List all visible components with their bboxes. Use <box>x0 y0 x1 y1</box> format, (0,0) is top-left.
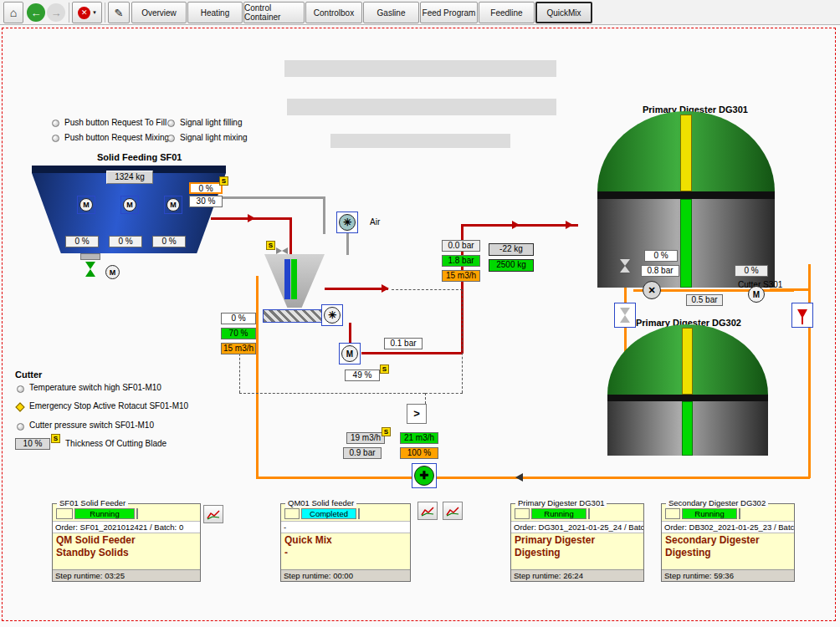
mixer-inlet-valve-icon[interactable] <box>282 247 288 254</box>
panel-title: Primary Digester DG301 <box>515 498 607 507</box>
cutter-s301-motor[interactable]: M <box>748 286 765 303</box>
pipe-air <box>346 233 349 255</box>
setpoint-s-marker: S <box>219 176 228 186</box>
push-button-fill-icon <box>52 120 59 127</box>
gas-pressure-1: 0.8 bar <box>641 265 679 277</box>
home-button[interactable]: ⌂ <box>3 2 23 23</box>
toolbar: ⌂ ← → ✕ ▾ ✎ Overview Heating Control Con… <box>0 0 840 25</box>
tab-quickmix[interactable]: QuickMix <box>535 2 592 23</box>
trend-chart-button[interactable] <box>443 502 463 520</box>
program-name: Primary Digester <box>515 534 640 547</box>
motor-icon: M <box>166 198 180 212</box>
step-name: Standby Solids <box>56 547 197 559</box>
legend-push-fill: Push button Request To Fill <box>64 118 166 127</box>
panel-indicator-cell <box>665 508 680 519</box>
setpoint-s-marker: S <box>382 427 391 436</box>
feeder-weight-display[interactable]: 1324 kg <box>106 171 153 184</box>
tab-label: Feed Program <box>423 8 476 18</box>
tab-overview[interactable]: Overview <box>131 2 187 23</box>
gas-valve-icon[interactable] <box>620 259 630 266</box>
flow-arrow-right-icon <box>566 221 573 229</box>
discharge-valve-icon[interactable] <box>85 269 95 277</box>
panel-title: Secondary Digester DG302 <box>666 498 768 507</box>
order-text: - <box>281 521 410 533</box>
tab-label: Controlbox <box>314 8 354 18</box>
order-text: Order: DG301_2021-01-25_24 / Batch: <box>511 521 643 533</box>
line-pressure-2: 1.8 bar <box>442 255 480 267</box>
flow-actual-value: 21 m3/h <box>400 432 438 444</box>
alarm-log-button[interactable]: ✎ <box>108 2 130 23</box>
pen-icon: ✎ <box>115 7 124 19</box>
signal-line <box>425 393 426 404</box>
weight-diff-value: -22 kg <box>489 243 534 256</box>
comparator-block: > <box>407 404 427 424</box>
pipe-feed <box>325 288 388 290</box>
forward-button[interactable]: → <box>47 3 65 22</box>
pipe-recirculation <box>256 477 810 479</box>
discharge-valve-icon[interactable] <box>85 262 95 269</box>
status-badge: Running <box>682 508 737 519</box>
step-name: - <box>284 547 407 559</box>
forward-arrow-icon: → <box>51 7 62 19</box>
setpoint-s-marker: S <box>266 241 275 250</box>
redacted-text-block <box>330 134 510 148</box>
tab-heating[interactable]: Heating <box>187 2 243 23</box>
legend-signal-mix: Signal light mixing <box>180 133 248 142</box>
panel-title: SF01 Solid Feeder <box>57 498 128 507</box>
step-runtime: Step runtime: 00:00 <box>281 569 410 581</box>
pipe-recirculation <box>808 264 811 478</box>
screw-conveyor[interactable] <box>263 309 325 323</box>
trend-chart-icon <box>421 506 434 517</box>
hmi-window: ⌂ ← → ✕ ▾ ✎ Overview Heating Control Con… <box>0 0 840 627</box>
status-panel-sf01: SF01 Solid Feeder Running Order: SF01_20… <box>52 503 201 582</box>
panel-indicator-cell <box>588 508 590 519</box>
tab-control-container[interactable]: Control Container <box>243 2 305 23</box>
dg302-inlet-valve[interactable] <box>614 303 636 328</box>
trend-chart-button[interactable] <box>417 502 438 520</box>
cutter-s301-pct: 0 % <box>735 265 768 277</box>
blade-thickness-label: Thickness Of Cutting Blade <box>65 439 166 448</box>
gas-pump-icon[interactable]: ✕ <box>643 281 661 299</box>
back-button[interactable]: ← <box>27 3 45 22</box>
motor-icon: M <box>123 198 136 212</box>
pump-impeller-icon: ✳ <box>324 307 341 324</box>
feeder-level-value: 30 % <box>189 196 223 207</box>
tab-controlbox[interactable]: Controlbox <box>305 2 362 23</box>
trend-chart-icon <box>207 509 220 520</box>
signal-light-mix-icon <box>167 135 175 142</box>
tab-feed-program[interactable]: Feed Program <box>420 2 478 23</box>
mixer-level-blue <box>284 259 290 299</box>
feeder-output-value[interactable]: 0 % <box>189 182 223 194</box>
dropdown-arrow-icon: ▾ <box>93 9 96 16</box>
signal-line <box>239 349 240 393</box>
line-flow-1: 15 m3/h <box>442 270 480 282</box>
discharge-motor[interactable]: M <box>105 265 120 279</box>
cutter-title: Cutter <box>15 370 42 380</box>
overpressure-valve[interactable] <box>791 303 813 328</box>
panel-indicator-cell <box>284 508 300 519</box>
step-runtime: Step runtime: 03:25 <box>53 569 200 581</box>
pump-pressure-value: 0.1 bar <box>384 338 423 349</box>
pipe-feed <box>289 217 292 255</box>
program-name: Quick Mix <box>284 534 407 547</box>
step-runtime: Step runtime: 59:36 <box>662 569 794 581</box>
tab-feedline[interactable]: Feedline <box>479 2 535 23</box>
tab-gasline[interactable]: Gasline <box>363 2 419 23</box>
legend-signal-fill: Signal light filling <box>180 118 243 127</box>
blade-thickness-value[interactable]: 10 % <box>15 438 50 450</box>
trend-chart-icon <box>446 506 459 517</box>
panel-indicator-cell <box>136 508 138 519</box>
alarm-ack-button[interactable]: ✕ ▾ <box>72 2 102 23</box>
motor2-speed-value: 0 % <box>109 236 142 247</box>
line-pressure-value: 0.9 bar <box>343 447 382 459</box>
pump-speed-pct: 49 % <box>345 370 380 381</box>
mixer-inlet-valve-icon[interactable] <box>276 247 282 254</box>
trend-chart-button[interactable] <box>203 505 223 523</box>
gas-valve-icon[interactable] <box>620 266 630 273</box>
mixer-level-green <box>291 259 297 299</box>
redacted-text-block <box>287 99 556 115</box>
flow-setpoint-value[interactable]: 19 m3/h <box>346 432 385 444</box>
blower-fan-icon: ✳ <box>339 214 356 231</box>
dg302-band <box>607 395 768 401</box>
order-text: Order: SF01_2021012421 / Batch: 0 <box>53 521 200 533</box>
